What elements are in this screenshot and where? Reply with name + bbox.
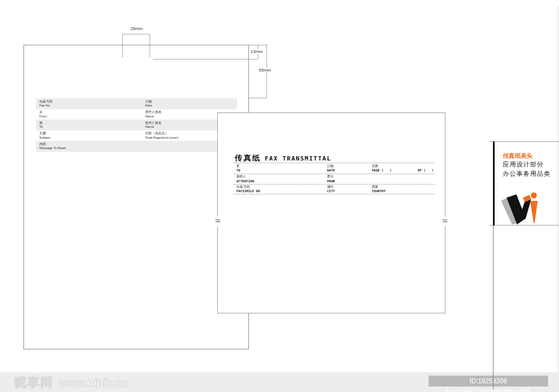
form-row-from: 从 From 发件人姓名 Name: [36, 109, 237, 120]
dim-25mm-top: [122, 34, 150, 34]
vi-logo: [500, 190, 539, 225]
panel-field-from: 发自 FROM: [327, 175, 335, 183]
panel-field-of: OF ( ): [418, 168, 433, 173]
page-break-mark: ≈: [441, 217, 449, 227]
dim-label-55mm: 55mm: [258, 68, 271, 73]
field-from: 从 From: [39, 110, 47, 118]
dim-25mm-left: [122, 34, 123, 57]
fax-form-rows: 传真号码 Fax No 日期 Date 从 From 发件人姓名 Name: [36, 98, 237, 152]
sidebar-divider-line: [493, 225, 493, 389]
dim-55mm-tick: [249, 98, 266, 98]
site-name: 昵享网: [14, 376, 53, 389]
dotted-rule: [234, 174, 435, 174]
vi-logo-i-body: [530, 201, 538, 224]
canvas-right-edge: [558, 5, 558, 372]
field-total-pages: 页数（含此页） Total Pages(incl.cover): [145, 132, 179, 140]
panel-title: 传真纸FAX TRANSMITTAL: [235, 153, 331, 163]
sidebar-black-bar: [493, 141, 495, 225]
vi-logo-i-dot: [531, 193, 537, 199]
dim-label-25mm: 25mm: [124, 26, 149, 31]
watermark-bar: 昵享网www.nipic.cn ID:19258206 NO:201512240…: [0, 372, 559, 392]
field-subject: 主题 Subject: [39, 132, 50, 140]
panel-field-city: 城市 CITY: [327, 185, 335, 193]
sidebar-line-1: 应用设计部分: [503, 160, 551, 169]
vi-design-sheet: 传真号码 Fax No 日期 Date 从 From 发件人姓名 Name: [0, 0, 559, 392]
panel-field-page: 页数 PAGE ( ): [372, 164, 391, 173]
field-sender-name: 发件人姓名 Name: [145, 110, 162, 118]
site-url: www.nipic.cn: [59, 377, 128, 389]
dim-label-13mm: 13mm: [250, 49, 263, 54]
image-id-badge: ID:19258206 NO:20151224094629343001: [429, 376, 548, 387]
field-to: 致 To: [39, 121, 43, 129]
field-message: 内容 Message To Read: [39, 142, 66, 151]
sidebar-top-rule: [490, 141, 559, 142]
form-row-message: 内容 Message To Read: [36, 141, 237, 152]
page-header-rule: [153, 59, 258, 60]
form-row-faxno: 传真号码 Fax No 日期 Date: [36, 98, 237, 109]
field-recipient-name: 收件人姓名 Name: [145, 121, 162, 129]
dim-25mm-right: [150, 34, 150, 57]
panel-title-zh: 传真纸: [235, 153, 261, 162]
panel-field-attention: 接收人 ATTENTION: [236, 175, 254, 183]
sidebar-text-block: 传真纸表头 应用设计部分 办公事务用品类: [503, 151, 551, 179]
field-date: 日期 Date: [145, 100, 152, 108]
panel-field-country: 国家 COUNTRY: [372, 185, 385, 193]
sidebar-category-title: 传真纸表头: [503, 151, 551, 160]
page-top-extension: [249, 45, 267, 45]
page-break-mark: ≈: [213, 217, 222, 227]
dotted-rule: [234, 194, 435, 194]
fax-transmittal-panel: 传真纸FAX TRANSMITTAL 至 TO 日期 DATE 页数 PAGE …: [217, 112, 445, 313]
dotted-rule: [234, 163, 435, 163]
panel-field-facsimile: 传真号码 FACSIMILE NO: [236, 185, 260, 193]
panel-title-en: FAX TRANSMITTAL: [265, 155, 331, 162]
form-row-to: 致 To 收件人姓名 Name: [36, 120, 237, 130]
sidebar-line-2: 办公事务用品类: [503, 169, 551, 179]
field-faxno: 传真号码 Fax No: [39, 100, 52, 108]
panel-field-date: 日期 DATE: [327, 164, 335, 173]
sidebar-bottom-rule: [490, 225, 559, 225]
fax-page: 传真号码 Fax No 日期 Date 从 From 发件人姓名 Name: [23, 45, 249, 349]
form-row-subject: 主题 Subject 页数（含此页） Total Pages(incl.cove…: [36, 130, 237, 141]
site-logo: 昵享网www.nipic.cn: [14, 375, 128, 391]
panel-field-to: 至 TO: [236, 164, 240, 173]
